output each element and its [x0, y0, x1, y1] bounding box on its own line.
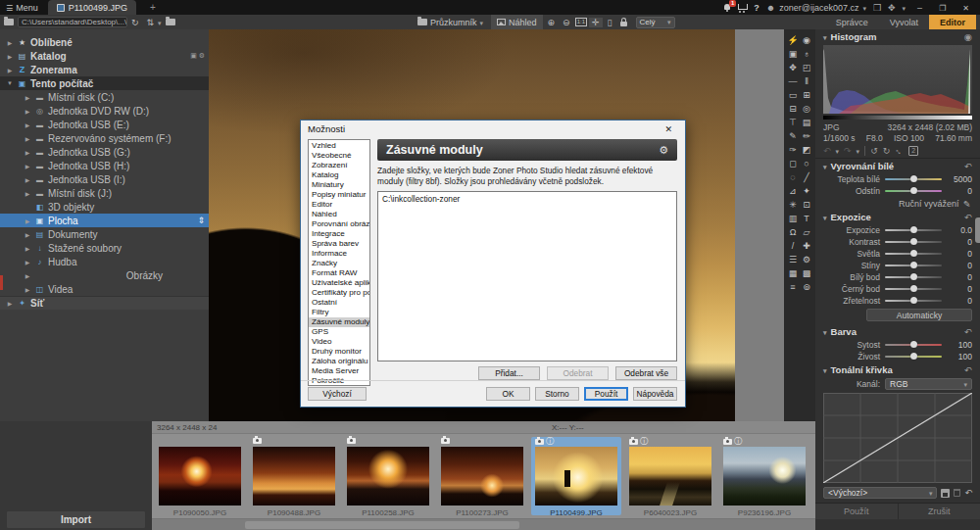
- fullscreen-icon[interactable]: [888, 3, 896, 13]
- thumbnail-cell[interactable]: P1100499.JPG: [531, 437, 621, 515]
- tone-curve-plot[interactable]: [823, 393, 972, 483]
- slider-knob[interactable]: [910, 273, 917, 280]
- expand-arrow-icon[interactable]: [24, 176, 31, 183]
- thumbnail-image[interactable]: [253, 447, 335, 506]
- dialog-nav-item[interactable]: Správa barev: [309, 239, 369, 249]
- tool-icon[interactable]: ‖: [800, 75, 813, 88]
- expand-arrow-icon[interactable]: [6, 67, 14, 73]
- dialog-nav-item[interactable]: Katalog: [309, 170, 369, 180]
- redo-history-chevron[interactable]: [857, 146, 860, 156]
- add-folder-button[interactable]: Přidat...: [478, 366, 540, 380]
- tool-icon[interactable]: ⊡: [800, 199, 813, 212]
- sidebar-tree-item[interactable]: Síť: [0, 296, 209, 310]
- sidebar-tree-item[interactable]: Zonerama: [0, 63, 209, 76]
- sidebar-tree-item[interactable]: Jednotka USB (I:): [0, 172, 209, 186]
- channel-select[interactable]: RGB: [885, 378, 972, 390]
- minimize-button[interactable]: [912, 3, 927, 13]
- sidebar-tree-item[interactable]: Dokumenty: [0, 227, 209, 241]
- fullscreen-chevron-icon[interactable]: [903, 3, 906, 13]
- color-reset-icon[interactable]: [964, 326, 972, 337]
- workspace-editor-button[interactable]: Editor: [929, 15, 976, 29]
- tool-icon[interactable]: ◉: [800, 34, 813, 47]
- sidebar-tree-item[interactable]: Jednotka USB (G:): [0, 145, 209, 159]
- default-button[interactable]: Výchozí: [308, 387, 367, 401]
- dialog-nav-item[interactable]: Všeobecné: [309, 151, 369, 161]
- dialog-nav-item[interactable]: Druhý monitor: [309, 347, 369, 357]
- tool-icon[interactable]: ✑: [786, 144, 800, 157]
- remove-all-button[interactable]: Odebrat vše: [615, 366, 677, 380]
- tool-icon[interactable]: ≡: [786, 281, 800, 294]
- dialog-nav-item[interactable]: GPS: [309, 327, 369, 337]
- tool-icon[interactable]: ◩: [800, 144, 813, 157]
- restore-button[interactable]: [934, 3, 951, 13]
- thumbnail-cell[interactable]: P6040023.JPG: [625, 437, 715, 515]
- thumbnail-image[interactable]: [347, 447, 429, 506]
- expand-arrow-icon[interactable]: [6, 300, 14, 307]
- new-tab-button[interactable]: +: [146, 2, 160, 13]
- refresh-icon[interactable]: [127, 18, 143, 27]
- slider-knob[interactable]: [910, 250, 917, 257]
- account-menu[interactable]: zoner@ijacek007.cz: [766, 3, 866, 13]
- tool-icon[interactable]: ⊿: [786, 185, 800, 198]
- expand-arrow-icon[interactable]: [24, 286, 31, 293]
- thumbnail-cell[interactable]: P1100258.JPG: [343, 437, 433, 515]
- tool-icon[interactable]: ⚙: [800, 254, 813, 266]
- dialog-nav-item[interactable]: Pokročilé: [309, 376, 369, 386]
- slider-knob[interactable]: [910, 175, 917, 182]
- tone-curve-header[interactable]: Tonální křivka: [815, 362, 980, 377]
- filmstrip-toggle-icon[interactable]: [605, 18, 615, 27]
- filmstrip-scrollbar[interactable]: [152, 518, 815, 530]
- dialog-nav-item[interactable]: Značky: [309, 259, 369, 268]
- tool-icon[interactable]: ✦: [800, 185, 813, 198]
- tool-icon[interactable]: Ω: [786, 226, 800, 239]
- tool-icon[interactable]: ⊞: [800, 89, 813, 102]
- dialog-nav-item[interactable]: Filtry: [309, 308, 369, 317]
- tool-icon[interactable]: ✳: [786, 199, 800, 212]
- info-icon[interactable]: [734, 438, 742, 446]
- dialog-nav-item[interactable]: Popisy miniatur: [309, 190, 369, 200]
- slider-knob[interactable]: [910, 187, 917, 194]
- help-icon[interactable]: [754, 3, 760, 13]
- sort-icon[interactable]: [143, 18, 159, 27]
- slider-knob[interactable]: [910, 297, 917, 304]
- remove-folder-button[interactable]: Odebrat: [547, 366, 609, 380]
- thumbnail-image[interactable]: [159, 447, 241, 506]
- tool-icon[interactable]: ▥: [786, 213, 800, 225]
- slider-knob[interactable]: [910, 226, 917, 233]
- slider-track[interactable]: [885, 178, 942, 180]
- zoom-100-icon[interactable]: 1:1: [575, 18, 587, 26]
- exposure-header[interactable]: Expozice: [815, 210, 980, 224]
- tool-icon[interactable]: T: [800, 213, 813, 225]
- slider-track[interactable]: [885, 229, 942, 231]
- shop-cart-icon[interactable]: [738, 4, 747, 11]
- tool-icon[interactable]: ⊚: [800, 281, 813, 294]
- dialog-nav-item[interactable]: Miniatury: [309, 180, 369, 190]
- thumbnail-image[interactable]: [723, 447, 806, 506]
- expand-arrow-icon[interactable]: [6, 80, 14, 86]
- workspace-develop-button[interactable]: Vyvolat: [879, 15, 929, 29]
- tool-icon[interactable]: ▩: [800, 267, 813, 280]
- dialog-nav-item[interactable]: Porovnání obrázků: [309, 219, 369, 229]
- sidebar-tree-item[interactable]: Jednotka USB (E:): [0, 118, 209, 131]
- dialog-nav-item[interactable]: Zobrazení: [309, 161, 369, 170]
- tool-icon[interactable]: ✎: [786, 130, 800, 143]
- expand-arrow-icon[interactable]: [24, 94, 31, 101]
- tool-icon[interactable]: ☰: [786, 254, 800, 266]
- tool-icon[interactable]: —: [786, 75, 800, 88]
- sidebar-tree-item[interactable]: Tento počítač: [0, 76, 209, 90]
- eyedropper-icon[interactable]: [962, 199, 970, 209]
- dialog-nav-item[interactable]: Media Server: [309, 366, 369, 376]
- expand-arrow-icon[interactable]: [24, 259, 31, 265]
- explorer-mode-button[interactable]: Průzkumník: [412, 15, 489, 29]
- tool-icon[interactable]: ⚡: [786, 34, 800, 47]
- dialog-nav-item[interactable]: Záloha originálu: [309, 357, 369, 366]
- slider-knob[interactable]: [910, 285, 917, 292]
- undo-icon[interactable]: [823, 146, 831, 156]
- workspace-manager-button[interactable]: Správce: [825, 15, 879, 29]
- thumbnail-image[interactable]: [535, 447, 617, 506]
- sidebar-tree-item[interactable]: Místní disk (J:): [0, 186, 209, 200]
- expand-arrow-icon[interactable]: [24, 245, 31, 252]
- tool-icon[interactable]: ▤: [800, 117, 813, 129]
- plugin-folder-item[interactable]: C:\inkcollection-zoner: [382, 194, 672, 204]
- tool-icon[interactable]: ▭: [786, 89, 800, 102]
